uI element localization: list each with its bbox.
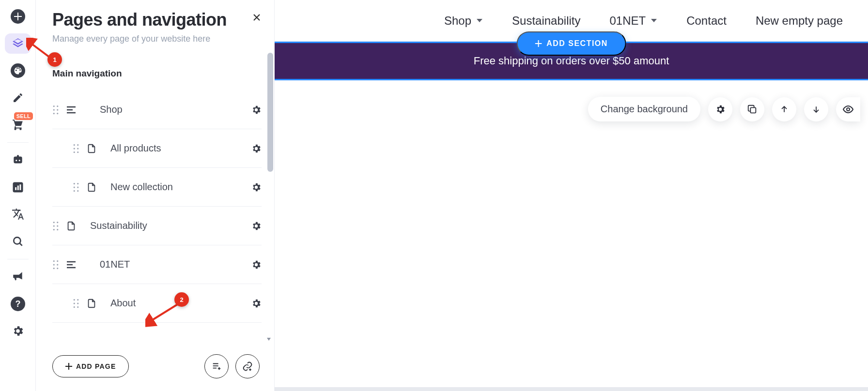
- rail-design[interactable]: [0, 57, 36, 84]
- nav-item[interactable]: All products: [52, 129, 262, 168]
- page-icon: [86, 298, 97, 309]
- svg-point-9: [53, 112, 55, 114]
- drag-handle-icon[interactable]: [73, 144, 79, 153]
- add-to-menu-button[interactable]: [204, 354, 229, 378]
- svg-point-16: [77, 151, 78, 152]
- chevron-down-icon: [651, 18, 657, 23]
- scroll-down-caret[interactable]: [267, 338, 271, 341]
- svg-point-37: [74, 302, 75, 304]
- rail-blog[interactable]: [0, 84, 36, 111]
- drag-handle-icon[interactable]: [52, 221, 59, 231]
- svg-point-5: [53, 105, 55, 106]
- visibility-button[interactable]: [836, 97, 860, 121]
- nav-item-settings[interactable]: [251, 105, 262, 115]
- section-icon: [66, 106, 77, 114]
- eye-icon: [842, 104, 854, 115]
- rail-language[interactable]: [0, 201, 36, 228]
- svg-point-13: [74, 148, 75, 149]
- svg-rect-2: [17, 186, 19, 190]
- rail-ai[interactable]: [0, 147, 36, 174]
- panel-title: Pages and navigation: [52, 10, 258, 30]
- nav-item[interactable]: New collection: [52, 168, 262, 207]
- top-nav-label: New empty page: [756, 14, 843, 28]
- rail-marketing[interactable]: [0, 263, 36, 290]
- nav-list: ShopAll productsNew collectionSustainabi…: [52, 90, 270, 323]
- top-nav-item[interactable]: New empty page: [756, 14, 843, 28]
- plus-icon: [535, 40, 542, 47]
- canvas: ShopSustainability01NETContactNew empty …: [275, 0, 868, 391]
- language-icon: [12, 208, 24, 221]
- add-page-button[interactable]: ADD PAGE: [52, 355, 129, 377]
- change-background-button[interactable]: Change background: [588, 97, 700, 121]
- svg-point-15: [74, 151, 75, 152]
- panel-scroll[interactable]: Main navigation ShopAll productsNew coll…: [36, 53, 274, 345]
- move-up-button[interactable]: [772, 97, 796, 121]
- svg-point-18: [77, 182, 78, 184]
- rail-pages[interactable]: [0, 30, 36, 57]
- nav-item-label: New collection: [110, 181, 173, 193]
- svg-rect-41: [750, 107, 756, 113]
- top-nav-label: Contact: [686, 14, 727, 28]
- move-down-button[interactable]: [804, 97, 828, 121]
- svg-point-34: [57, 267, 58, 269]
- copy-icon: [747, 104, 758, 115]
- arrow-down-icon: [811, 105, 821, 114]
- page-icon: [86, 182, 97, 193]
- rail-divider: [7, 142, 29, 143]
- nav-item-settings[interactable]: [251, 143, 262, 154]
- section-label: Main navigation: [52, 68, 270, 79]
- top-nav-item[interactable]: Shop: [444, 14, 483, 28]
- sell-badge: SELL: [14, 112, 33, 120]
- top-nav-item[interactable]: Sustainability: [512, 14, 580, 28]
- nav-item-settings[interactable]: [251, 221, 262, 231]
- svg-point-4: [14, 237, 20, 244]
- top-nav-item[interactable]: Contact: [686, 14, 727, 28]
- gear-icon: [715, 104, 726, 115]
- link-plus-icon: [242, 361, 253, 372]
- nav-item[interactable]: Sustainability: [52, 207, 262, 245]
- top-nav-label: Shop: [444, 14, 471, 28]
- add-link-button[interactable]: [235, 354, 260, 378]
- promo-banner[interactable]: ADD SECTION Free shipping on orders over…: [275, 42, 868, 80]
- drag-handle-icon[interactable]: [73, 182, 79, 192]
- add-section-button[interactable]: ADD SECTION: [516, 31, 626, 56]
- plus-icon: [65, 363, 72, 370]
- rail-settings[interactable]: [0, 317, 36, 345]
- nav-item[interactable]: Shop: [52, 90, 262, 129]
- close-panel-button[interactable]: [252, 13, 262, 22]
- svg-point-17: [74, 182, 75, 184]
- svg-point-21: [74, 190, 75, 191]
- svg-point-29: [53, 260, 55, 261]
- section-icon: [66, 261, 77, 269]
- canvas-body[interactable]: [275, 80, 868, 387]
- top-nav-item[interactable]: 01NET: [609, 14, 657, 28]
- banner-text: Free shipping on orders over $50 amount: [474, 55, 669, 67]
- rail-search[interactable]: [0, 228, 36, 255]
- svg-point-36: [77, 299, 78, 300]
- pages-panel: Pages and navigation Manage every page o…: [36, 0, 275, 391]
- rail-store[interactable]: SELL: [0, 111, 36, 138]
- nav-item-settings[interactable]: [251, 259, 262, 270]
- duplicate-section-button[interactable]: [740, 97, 764, 121]
- svg-point-19: [74, 186, 75, 188]
- drag-handle-icon[interactable]: [73, 299, 79, 308]
- svg-point-8: [57, 109, 58, 110]
- nav-item[interactable]: 01NET: [52, 245, 262, 284]
- megaphone-icon: [12, 271, 24, 283]
- nav-item-settings[interactable]: [251, 298, 262, 309]
- rail-analytics[interactable]: [0, 174, 36, 201]
- drag-handle-icon[interactable]: [52, 260, 59, 270]
- section-settings-button[interactable]: [708, 97, 732, 121]
- cart-icon: [12, 119, 24, 131]
- nav-item-settings[interactable]: [251, 182, 262, 193]
- close-icon: [252, 13, 262, 22]
- rail-add[interactable]: [0, 3, 36, 30]
- nav-item-label: Shop: [100, 104, 123, 115]
- nav-item[interactable]: About: [52, 284, 262, 323]
- svg-point-12: [77, 144, 78, 145]
- drag-handle-icon[interactable]: [52, 105, 59, 115]
- gear-icon: [12, 325, 24, 337]
- rail-help[interactable]: ?: [0, 290, 36, 317]
- edit-icon: [12, 92, 24, 104]
- page-icon: [66, 221, 77, 231]
